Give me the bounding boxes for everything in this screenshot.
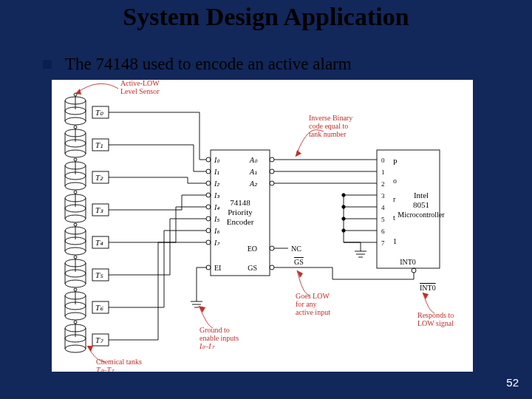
svg-point-48 xyxy=(74,288,77,291)
mcu-pin-5: 5 xyxy=(381,216,385,223)
mcu-port-1: 1 xyxy=(393,237,397,245)
mcu-pin-6: 6 xyxy=(381,228,385,235)
enc-name-3: Encoder xyxy=(227,217,254,226)
enc-in-2: I₂ xyxy=(214,180,220,188)
svg-point-66 xyxy=(206,169,211,174)
svg-marker-64 xyxy=(75,89,81,95)
mcu-pin-2: 2 xyxy=(381,180,385,188)
int0-wire-label: INT0 xyxy=(420,284,436,292)
svg-rect-103 xyxy=(377,150,440,268)
enc-gs: GS xyxy=(248,264,257,272)
enc-in-5: I₅ xyxy=(214,215,220,223)
bullet-square-icon xyxy=(43,60,52,69)
svg-point-70 xyxy=(206,216,211,221)
tank-label-4: T₄ xyxy=(95,238,103,247)
tank-label-6: T₆ xyxy=(95,303,103,312)
caption-responds-2: LOW signal xyxy=(417,319,454,327)
svg-point-27 xyxy=(74,191,77,194)
svg-point-41 xyxy=(74,256,77,259)
caption-ground-2: enable inputs xyxy=(200,334,239,342)
svg-point-55 xyxy=(74,321,77,324)
caption-sensor-2: Level Sensor xyxy=(120,87,160,95)
svg-point-82 xyxy=(270,265,274,270)
mcu-port-o: o xyxy=(393,177,397,185)
nc-label: NC xyxy=(291,245,301,253)
svg-point-81 xyxy=(270,246,274,250)
svg-marker-104 xyxy=(296,150,301,157)
tank-label-7: T₇ xyxy=(95,335,104,344)
mcu-pin-3: 3 xyxy=(381,192,385,200)
tank-label-1: T₁ xyxy=(95,140,103,149)
mcu-pin-0: 0 xyxy=(381,157,385,164)
caption-inverse-3: tank number xyxy=(309,130,347,138)
enc-in-3: I₃ xyxy=(214,191,220,200)
svg-point-45 xyxy=(65,313,86,320)
svg-point-68 xyxy=(206,193,211,197)
caption-gslow-3: active input xyxy=(296,308,330,316)
svg-point-20 xyxy=(74,158,77,161)
caption-tanks-2: T₀–T₇ xyxy=(96,366,115,372)
enc-in-7: I₇ xyxy=(214,239,220,247)
tank-label-3: T₃ xyxy=(95,205,103,214)
enc-eo: EO xyxy=(248,245,257,253)
svg-point-31 xyxy=(65,248,86,255)
mcu-pin-7: 7 xyxy=(381,239,385,247)
svg-point-80 xyxy=(270,181,274,185)
mcu-port-P: P xyxy=(393,158,398,166)
svg-point-67 xyxy=(206,181,211,185)
caption-sensor-1: Active-LOW xyxy=(120,80,160,87)
enc-out-a0: A₀ xyxy=(249,156,258,164)
svg-point-52 xyxy=(65,345,86,352)
svg-point-102 xyxy=(412,268,416,273)
caption-ground-3: I₀–I₇ xyxy=(199,342,215,350)
mcu-port-r: r xyxy=(393,195,396,203)
caption-gslow-2: for any xyxy=(296,300,317,308)
caption-responds-1: Responds to xyxy=(417,311,454,319)
mcu-name-1: Intel xyxy=(414,191,429,200)
enc-in-4: I₄ xyxy=(214,203,220,211)
mcu-pin-1: 1 xyxy=(381,168,385,176)
caption-inverse-1: Inverse Binary xyxy=(309,114,352,122)
mcu-port-t: t xyxy=(393,214,395,222)
mcu-name-3: Microcontroller xyxy=(398,211,445,219)
caption-inverse-2: code equal to xyxy=(309,122,348,130)
slide-title: System Design Application xyxy=(0,3,532,31)
tank-label-5: T₅ xyxy=(95,270,103,279)
svg-point-69 xyxy=(206,205,211,209)
mcu-name-2: 8051 xyxy=(413,200,429,209)
enc-in-0: I₀ xyxy=(214,156,220,164)
tank-label-2: T₂ xyxy=(95,173,103,182)
enc-out-a1: A₁ xyxy=(249,168,257,176)
svg-point-34 xyxy=(74,223,77,226)
svg-marker-106 xyxy=(199,306,205,313)
gs-wire-label: GS xyxy=(294,258,304,266)
enc-in-1: I₁ xyxy=(214,168,219,176)
svg-point-72 xyxy=(206,240,211,245)
svg-point-38 xyxy=(65,280,86,287)
bullet-text: The 74148 used to encode an active alarm xyxy=(65,55,352,74)
svg-point-13 xyxy=(74,126,77,129)
bullet-item: The 74148 used to encode an active alarm xyxy=(43,55,352,74)
enc-name-1: 74148 xyxy=(230,198,250,207)
caption-ground-1: Ground to xyxy=(200,326,230,334)
enc-in-6: I₆ xyxy=(214,227,220,235)
mcu-int0: INT0 xyxy=(400,258,416,266)
svg-point-78 xyxy=(270,157,274,162)
enc-name-2: Priority xyxy=(228,208,253,216)
svg-point-10 xyxy=(65,150,86,157)
tank-label-0: T₀ xyxy=(95,108,103,117)
svg-point-65 xyxy=(206,157,211,162)
enc-ei: EI xyxy=(214,264,221,272)
page-number: 52 xyxy=(506,376,519,389)
enc-out-a2: A₂ xyxy=(249,180,258,188)
svg-point-3 xyxy=(65,117,86,125)
caption-tanks-1: Chemical tanks xyxy=(96,358,142,366)
svg-point-71 xyxy=(206,228,211,233)
svg-point-79 xyxy=(270,169,274,174)
caption-gslow-1: Goes LOW xyxy=(296,292,330,300)
mcu-pin-4: 4 xyxy=(381,204,385,211)
svg-point-17 xyxy=(65,183,86,190)
circuit-diagram: T₀ T₁ T₂ T₃ T₄ T₅ T₆ T₇ Active-LOW Level… xyxy=(52,80,473,372)
svg-point-24 xyxy=(65,215,86,222)
